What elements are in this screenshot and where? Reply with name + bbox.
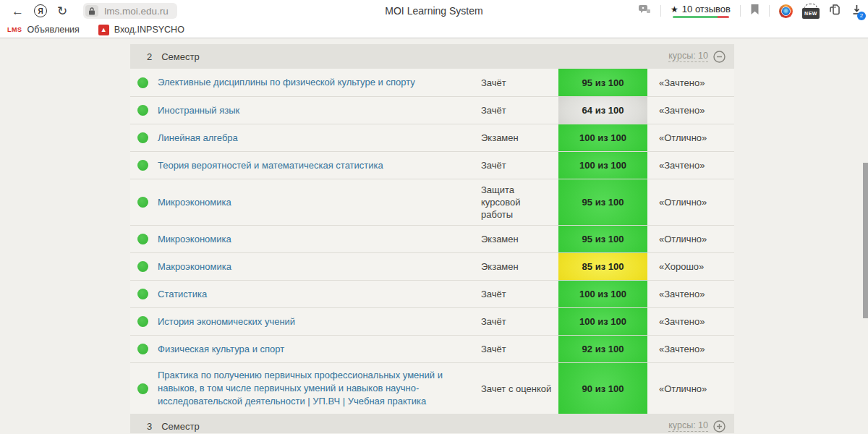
screenshot-new-icon[interactable]: NEW xyxy=(802,8,820,19)
course-link[interactable]: Физическая культура и спорт xyxy=(158,337,481,362)
bookmark-item-inpsycho[interactable]: ▲ Вход.INPSYCHO xyxy=(98,25,184,35)
score-cell: 95 из 100 xyxy=(558,179,647,225)
score-cell: 95 из 100 xyxy=(558,226,647,252)
url-text[interactable]: lms.moi.edu.ru xyxy=(104,6,169,17)
course-link[interactable]: Теория вероятностей и математическая ста… xyxy=(158,153,481,178)
page-title: MOI Learning System xyxy=(385,5,482,17)
expand-semester-icon[interactable] xyxy=(713,420,726,433)
status-cell xyxy=(130,261,158,272)
toolbar-right-icons: ★ 10 отзывов NEW 2 xyxy=(639,0,862,22)
semester-2-header: 2 Семестр курсы: 10 xyxy=(130,44,734,69)
grade-text: «Зачтено» xyxy=(647,105,734,116)
course-row: Макроэкономика Экзамен 85 из 100 «Хорошо… xyxy=(130,252,734,280)
rating-bar xyxy=(673,16,729,18)
extension-browser-icon[interactable] xyxy=(779,4,793,18)
divider xyxy=(740,5,741,17)
divider xyxy=(660,5,661,17)
inpsycho-favicon: ▲ xyxy=(98,25,109,35)
score-cell: 90 из 100 xyxy=(558,363,647,414)
score-cell: 100 из 100 xyxy=(558,308,647,335)
rating-label: 10 отзывов xyxy=(682,4,731,14)
star-icon: ★ xyxy=(671,4,678,14)
exam-type: Зачёт xyxy=(481,72,558,93)
grade-text: «Зачтено» xyxy=(647,77,734,88)
course-link[interactable]: Линейная алгебра xyxy=(158,126,481,150)
downloads-icon[interactable]: 2 xyxy=(851,4,862,18)
grade-text: «Зачтено» xyxy=(647,160,734,171)
course-link[interactable]: Статистика xyxy=(158,282,481,307)
grade-text: «Отлично» xyxy=(647,383,734,394)
collections-tag-icon[interactable] xyxy=(829,4,842,18)
site-rating[interactable]: ★ 10 отзывов xyxy=(671,4,731,18)
new-badge-label: NEW xyxy=(804,11,817,16)
bookmark-item-announcements[interactable]: LMS Объявления xyxy=(7,25,80,35)
course-status-dot-icon xyxy=(137,105,148,116)
course-link[interactable]: Практика по получению первичных професси… xyxy=(158,363,481,414)
score-cell: 92 из 100 xyxy=(558,336,647,362)
semester-label: Семестр xyxy=(161,421,668,432)
status-cell xyxy=(130,132,158,143)
course-link[interactable]: Элективные дисциплины по физической куль… xyxy=(158,70,481,95)
course-link[interactable]: Иностранный язык xyxy=(158,98,481,123)
bookmark-flag-icon[interactable] xyxy=(750,4,760,18)
status-cell xyxy=(130,316,158,327)
exam-type: Экзамен xyxy=(481,256,558,277)
grade-text: «Зачтено» xyxy=(647,289,734,299)
bookmark-label: Вход.INPSYCHO xyxy=(114,25,184,35)
status-cell xyxy=(130,383,158,394)
score-cell: 95 из 100 xyxy=(558,69,647,96)
course-link[interactable]: Микроэкономика xyxy=(158,190,481,215)
nav-controls: ← Я ↻ lms.moi.edu.ru xyxy=(0,3,177,19)
exam-type: Защита курсовой работы xyxy=(481,179,558,225)
grade-text: «Отлично» xyxy=(647,197,734,208)
course-status-dot-icon xyxy=(137,197,148,208)
course-row: Иностранный язык Зачёт 64 из 100 «Зачтен… xyxy=(130,96,734,124)
course-row: История экономических учений Зачёт 100 и… xyxy=(130,307,734,335)
browser-toolbar: ← Я ↻ lms.moi.edu.ru MOI Learning System… xyxy=(0,0,868,22)
courses-count-link[interactable]: курсы: 10 xyxy=(668,51,708,62)
course-status-dot-icon xyxy=(137,344,148,354)
course-row: Элективные дисциплины по физической куль… xyxy=(130,69,734,96)
grade-text: «Зачтено» xyxy=(647,316,734,327)
lock-icon[interactable] xyxy=(85,5,98,17)
yandex-browser-icon[interactable]: Я xyxy=(34,4,47,17)
exam-type: Зачёт xyxy=(481,311,558,332)
semester-3-header: 3 Семестр курсы: 10 xyxy=(130,414,734,433)
score-cell: 100 из 100 xyxy=(558,124,647,151)
course-row: Микроэкономика Защита курсовой работы 95… xyxy=(130,179,734,225)
bookmarks-bar: LMS Объявления ▲ Вход.INPSYCHO xyxy=(0,22,868,38)
gradebook-table: 2 Семестр курсы: 10 Элективные дисциплин… xyxy=(130,44,734,433)
semester-number: 3 xyxy=(147,421,152,432)
status-cell xyxy=(130,289,158,299)
grade-text: «Отлично» xyxy=(647,234,734,244)
course-row: Статистика Зачёт 100 из 100 «Зачтено» xyxy=(130,280,734,307)
score-cell: 85 из 100 xyxy=(558,253,647,280)
status-cell xyxy=(130,160,158,171)
course-status-dot-icon xyxy=(137,261,148,272)
lms-favicon: LMS xyxy=(7,26,22,33)
address-bar[interactable]: lms.moi.edu.ru xyxy=(83,3,177,19)
courses-count-link[interactable]: курсы: 10 xyxy=(668,420,708,432)
status-cell xyxy=(130,344,158,354)
semester-number: 2 xyxy=(147,51,152,62)
grade-text: «Зачтено» xyxy=(647,344,734,354)
course-link[interactable]: Макроэкономика xyxy=(158,255,481,279)
course-status-dot-icon xyxy=(137,234,148,244)
course-row: Практика по получению первичных професси… xyxy=(130,362,734,414)
page-content: 2 Семестр курсы: 10 Элективные дисциплин… xyxy=(0,38,868,433)
status-cell xyxy=(130,77,158,88)
back-icon[interactable]: ← xyxy=(12,5,24,17)
exam-type: Экзамен xyxy=(481,229,558,250)
exam-type: Зачёт xyxy=(481,100,558,121)
vertical-scrollbar[interactable] xyxy=(863,163,868,318)
status-cell xyxy=(130,234,158,244)
exam-type: Экзамен xyxy=(481,127,558,148)
course-row: Микроэкономика Экзамен 95 из 100 «Отличн… xyxy=(130,225,734,252)
collapse-semester-icon[interactable] xyxy=(713,51,726,63)
bookmark-label: Объявления xyxy=(27,25,80,35)
course-row: Физическая культура и спорт Зачёт 92 из … xyxy=(130,335,734,362)
course-link[interactable]: История экономических учений xyxy=(158,310,481,334)
course-link[interactable]: Микроэкономика xyxy=(158,227,481,252)
protect-icon[interactable] xyxy=(639,4,651,18)
refresh-icon[interactable]: ↻ xyxy=(57,5,67,17)
